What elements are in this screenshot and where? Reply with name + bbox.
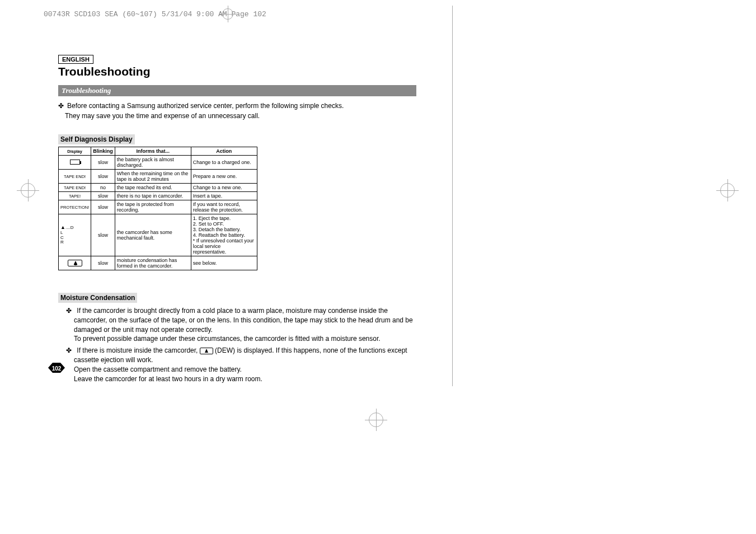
cell-blinking: slow bbox=[91, 200, 115, 214]
table-row: TAPE!slowthere is no tape in camcorder.I… bbox=[59, 192, 257, 200]
cell-informs: When the remaining time on the tape is a… bbox=[115, 170, 191, 184]
cell-informs: the tape reached its end. bbox=[115, 184, 191, 192]
cell-informs: the camcorder has some mechanical fault. bbox=[115, 214, 191, 256]
cell-action: Insert a tape. bbox=[191, 192, 257, 200]
cell-blinking: slow bbox=[91, 192, 115, 200]
table-row: TAPE END!slowWhen the remaining time on … bbox=[59, 170, 257, 184]
cell-blinking: slow bbox=[91, 214, 115, 256]
cell-blinking: no bbox=[91, 184, 115, 192]
table-row: slowthe battery pack is almost discharge… bbox=[59, 156, 257, 170]
moisture-p2c: Open the cassette compartment and remove… bbox=[74, 366, 242, 373]
table-row: slowmoisture condensation has formed in … bbox=[59, 256, 257, 270]
moisture-item-1: If the camcorder is brought directly fro… bbox=[74, 306, 416, 344]
moisture-p1: If the camcorder is brought directly fro… bbox=[74, 307, 413, 334]
cell-display: PROTECTION! bbox=[59, 200, 91, 214]
cell-display: TAPE END! bbox=[59, 184, 91, 192]
page-title: Troubleshooting bbox=[58, 65, 416, 78]
moisture-p2a: If there is moisture inside the camcorde… bbox=[77, 346, 199, 354]
cell-informs: there is no tape in camcorder. bbox=[115, 192, 191, 200]
cell-informs: the battery pack is almost discharged. bbox=[115, 156, 191, 170]
cell-blinking: slow bbox=[91, 156, 115, 170]
cell-blinking: slow bbox=[91, 256, 115, 270]
cell-informs: the tape is protected from recording. bbox=[115, 200, 191, 214]
cell-informs: moisture condensation has formed in the … bbox=[115, 256, 191, 270]
fold-line bbox=[452, 6, 453, 386]
eject-icon: ▲ bbox=[60, 225, 65, 231]
moisture-p1b: To prevent possible damage under these c… bbox=[74, 335, 381, 343]
crop-mark-top bbox=[219, 6, 236, 22]
cell-display: ▲....D L C R bbox=[59, 214, 91, 256]
moisture-section: Moisture Condensation If the camcorder i… bbox=[58, 279, 416, 383]
cell-action: Change to a charged one. bbox=[191, 156, 257, 170]
intro-text: Before contacting a Samsung authorized s… bbox=[58, 101, 416, 121]
intro-line1: Before contacting a Samsung authorized s… bbox=[65, 101, 416, 111]
cell-action: 1. Eject the tape. 2. Set to OFF. 3. Det… bbox=[191, 214, 257, 256]
battery-icon bbox=[70, 160, 80, 165]
cell-display bbox=[59, 156, 91, 170]
page-content: ENGLISH Troubleshooting Troubleshooting … bbox=[58, 54, 416, 386]
crop-mark-left bbox=[17, 179, 39, 202]
cell-action: Prepare a new one. bbox=[191, 170, 257, 184]
section-heading: Troubleshooting bbox=[58, 85, 416, 96]
cell-action: If you want to record, release the prote… bbox=[191, 200, 257, 214]
moisture-list: If the camcorder is brought directly fro… bbox=[58, 306, 416, 383]
moisture-p2d: Leave the camcorder for at least two hou… bbox=[74, 375, 262, 383]
th-display: Display bbox=[59, 147, 91, 156]
cell-action: see below. bbox=[191, 256, 257, 270]
diagnosis-table: Display Blinking Informs that... Action … bbox=[58, 147, 257, 270]
th-blinking: Blinking bbox=[91, 147, 115, 156]
page-number: 102 bbox=[52, 366, 62, 372]
table-row: ▲....D L C Rslowthe camcorder has some m… bbox=[59, 214, 257, 256]
th-action: Action bbox=[191, 147, 257, 156]
moisture-item-2: If there is moisture inside the camcorde… bbox=[74, 346, 416, 383]
crop-mark-center bbox=[365, 409, 387, 431]
table-row: PROTECTION!slowthe tape is protected fro… bbox=[59, 200, 257, 214]
dew-icon bbox=[200, 348, 213, 354]
diagnosis-heading: Self Diagnosis Display bbox=[58, 134, 135, 144]
cell-action: Change to a new one. bbox=[191, 184, 257, 192]
crop-mark-right bbox=[716, 179, 739, 202]
intro-line2: They may save you the time and expense o… bbox=[65, 111, 416, 121]
page-number-badge: 102 bbox=[48, 363, 65, 376]
th-informs: Informs that... bbox=[115, 147, 191, 156]
cell-display: TAPE END! bbox=[59, 170, 91, 184]
cell-display bbox=[59, 256, 91, 270]
moisture-heading: Moisture Condensation bbox=[58, 293, 137, 303]
table-header-row: Display Blinking Informs that... Action bbox=[59, 147, 257, 156]
language-badge: ENGLISH bbox=[58, 55, 93, 64]
table-row: TAPE END!nothe tape reached its end.Chan… bbox=[59, 184, 257, 192]
cell-display: TAPE! bbox=[59, 192, 91, 200]
dew-icon bbox=[68, 260, 82, 266]
cell-blinking: slow bbox=[91, 170, 115, 184]
